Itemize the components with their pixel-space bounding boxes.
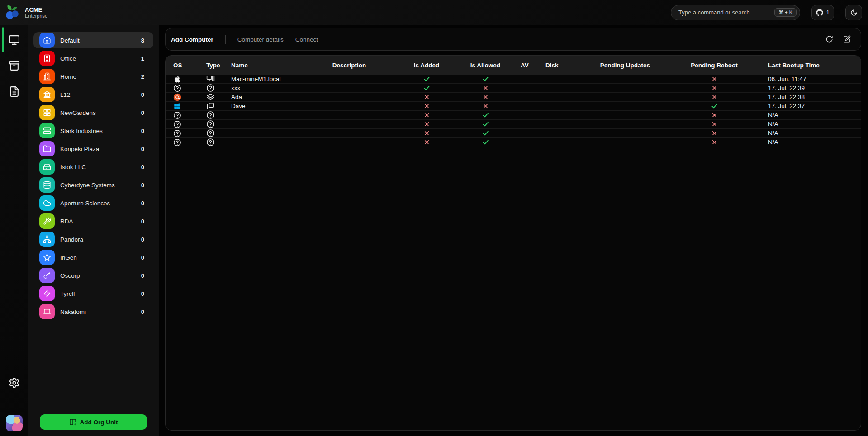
brand-name: ACME bbox=[25, 6, 47, 13]
column-header-av: AV bbox=[512, 62, 545, 69]
org-unit-count: 0 bbox=[141, 272, 144, 279]
tabs: Add Computer Computer details Connect bbox=[171, 35, 318, 44]
github-button[interactable]: 1 bbox=[811, 5, 834, 20]
tab-computer-details[interactable]: Computer details bbox=[237, 36, 284, 43]
x-icon bbox=[711, 121, 718, 128]
file-text-nav-button[interactable] bbox=[9, 86, 20, 98]
user-avatar[interactable] bbox=[6, 415, 23, 431]
org-unit-label: L12 bbox=[60, 91, 71, 98]
table-row-dave[interactable]: Dave17. Jul. 22:37 bbox=[166, 102, 861, 111]
x-icon bbox=[711, 85, 718, 91]
name-cell: Dave bbox=[231, 103, 304, 109]
column-header-name: Name bbox=[231, 62, 304, 69]
layers-type-icon bbox=[206, 93, 215, 101]
type-cell bbox=[203, 120, 231, 128]
unknown-type-icon bbox=[206, 120, 215, 128]
zap-icon bbox=[39, 286, 55, 301]
sidebar-item-stark-industries[interactable]: Stark Industries 0 bbox=[33, 123, 153, 139]
sidebar-item-newgardens[interactable]: NewGardens 0 bbox=[33, 104, 153, 121]
org-unit-label: Office bbox=[60, 55, 76, 62]
x-icon bbox=[711, 139, 718, 146]
unknown-type-icon bbox=[206, 84, 215, 92]
sidebar-item-tyrell[interactable]: Tyrell 0 bbox=[33, 285, 153, 302]
is-added-cell bbox=[423, 103, 430, 109]
table-row[interactable]: N/A bbox=[166, 138, 861, 147]
sidebar-item-office[interactable]: Office 1 bbox=[33, 50, 153, 66]
sidebar-item-home[interactable]: Home 2 bbox=[33, 68, 153, 85]
sidebar-item-aperture-sciences[interactable]: Aperture Sciences 0 bbox=[33, 195, 153, 211]
laptop-icon bbox=[39, 304, 55, 319]
table-row-mac-mini-m1-local[interactable]: Mac-mini-M1.local06. Jun. 11:47 bbox=[166, 75, 861, 84]
pending-reboot-cell bbox=[711, 139, 718, 146]
refresh-button[interactable] bbox=[825, 35, 833, 43]
wrench-icon bbox=[39, 213, 55, 229]
table-row-ada[interactable]: Ada17. Jul. 22:38 bbox=[166, 93, 861, 102]
org-unit-label: Stark Industries bbox=[60, 128, 103, 134]
sidebar-item-cyberdyne-systems[interactable]: Cyberdyne Systems 0 bbox=[33, 177, 153, 193]
building2-icon bbox=[39, 69, 55, 84]
pending-reboot-cell bbox=[711, 85, 718, 91]
sidebar-item-nakatomi[interactable]: Nakatomi 0 bbox=[33, 303, 153, 320]
x-icon bbox=[711, 130, 718, 137]
edit-button[interactable] bbox=[843, 35, 851, 43]
x-icon bbox=[423, 94, 430, 100]
sidebar-item-konpeki-plaza[interactable]: Konpeki Plaza 0 bbox=[33, 141, 153, 157]
unknown-type-icon bbox=[206, 111, 215, 119]
is-added-cell bbox=[423, 94, 430, 100]
table-row-xxx[interactable]: xxx17. Jul. 22:39 bbox=[166, 84, 861, 93]
pending-reboot-cell bbox=[711, 76, 718, 82]
unknown-os-icon bbox=[173, 129, 181, 137]
content-area: Add Computer Computer details Connect OS… bbox=[159, 25, 868, 436]
table-row[interactable]: N/A bbox=[166, 120, 861, 129]
table-row[interactable]: N/A bbox=[166, 111, 861, 120]
table-row[interactable]: N/A bbox=[166, 129, 861, 138]
sidebar-item-ingen[interactable]: InGen 0 bbox=[33, 249, 153, 265]
sidebar-item-oscorp[interactable]: Oscorp 0 bbox=[33, 267, 153, 284]
sidebar-spacer bbox=[33, 320, 153, 414]
column-header-is-added: Is Added bbox=[414, 62, 440, 69]
star-icon bbox=[39, 250, 55, 265]
is-added-cell bbox=[423, 84, 431, 92]
type-cell bbox=[203, 93, 231, 101]
settings-button[interactable] bbox=[9, 377, 20, 389]
check-icon bbox=[482, 120, 489, 128]
monitor-nav-button[interactable] bbox=[9, 34, 20, 46]
search-shortcut-kbd: ⌘ + K bbox=[774, 8, 797, 17]
command-search-input[interactable]: Type a command or search... ⌘ + K bbox=[671, 5, 800, 20]
table-header-row: OSTypeNameDescriptionIs AddedIs AllowedA… bbox=[166, 56, 861, 75]
archive-nav-button[interactable] bbox=[9, 60, 20, 72]
os-cell bbox=[166, 93, 203, 101]
x-icon bbox=[423, 121, 430, 128]
nav-rail bbox=[0, 25, 28, 436]
os-cell bbox=[166, 102, 203, 110]
check-icon bbox=[482, 75, 489, 83]
org-unit-label: Istok LLC bbox=[60, 164, 86, 171]
main-area: Default 8 Office 1 Home 2 L12 0 NewGarde… bbox=[0, 25, 868, 436]
org-unit-label: InGen bbox=[60, 254, 77, 261]
cloud-icon bbox=[39, 195, 55, 211]
add-org-unit-button[interactable]: Add Org Unit bbox=[40, 414, 147, 430]
column-header-pending-updates: Pending Updates bbox=[600, 62, 650, 69]
x-icon bbox=[423, 139, 430, 146]
org-unit-sidebar: Default 8 Office 1 Home 2 L12 0 NewGarde… bbox=[28, 25, 159, 436]
sidebar-item-rda[interactable]: RDA 0 bbox=[33, 213, 153, 229]
sidebar-item-l12[interactable]: L12 0 bbox=[33, 86, 153, 103]
sidebar-item-istok-llc[interactable]: Istok LLC 0 bbox=[33, 159, 153, 175]
dark-mode-toggle[interactable] bbox=[845, 5, 862, 20]
type-cell bbox=[203, 102, 231, 110]
landmark-icon bbox=[39, 87, 55, 102]
type-cell bbox=[203, 111, 231, 119]
home-icon bbox=[39, 33, 55, 48]
org-unit-label: RDA bbox=[60, 218, 73, 225]
org-unit-count: 0 bbox=[141, 128, 144, 134]
org-unit-label: Pandora bbox=[60, 236, 83, 243]
computers-table-card: OSTypeNameDescriptionIs AddedIs AllowedA… bbox=[165, 55, 861, 431]
sidebar-item-pandora[interactable]: Pandora 0 bbox=[33, 231, 153, 247]
unknown-os-icon bbox=[173, 120, 181, 128]
pending-reboot-cell bbox=[711, 102, 718, 110]
sidebar-item-default[interactable]: Default 8 bbox=[33, 32, 153, 48]
column-header-pending-reboot: Pending Reboot bbox=[691, 62, 738, 69]
tab-add-computer[interactable]: Add Computer bbox=[171, 36, 213, 43]
os-cell bbox=[166, 75, 203, 83]
tab-connect[interactable]: Connect bbox=[295, 36, 318, 43]
